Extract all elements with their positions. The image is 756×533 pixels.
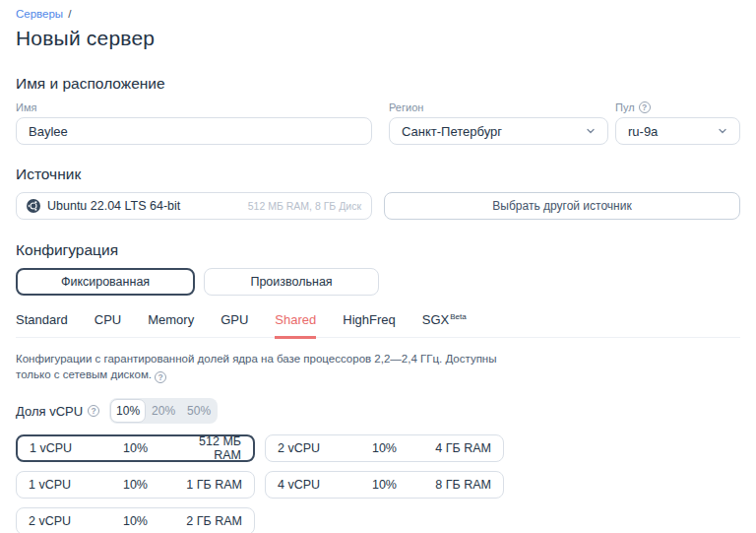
region-select[interactable]: Санкт-Петербург [389,117,608,145]
chevron-down-icon [586,126,596,136]
flavor-grid: 1 vCPU 10% 512 МБ RAM 2 vCPU 10% 4 ГБ RA… [16,434,740,533]
breadcrumb: Серверы / [16,8,740,20]
selected-source-card[interactable]: Ubuntu 22.04 LTS 64-bit 512 МБ RAM, 8 ГБ… [16,192,372,220]
flavor-vcpu: 2 vCPU [278,441,348,455]
vcpu-share-label-text: Доля vCPU [16,404,83,419]
flavor-card-4vcpu-8gb[interactable]: 4 vCPU 10% 8 ГБ RAM [265,471,504,499]
region-field: Регион Санкт-Петербург [389,101,608,145]
tab-gpu[interactable]: GPU [220,312,248,337]
flavor-ram: 512 МБ RAM [170,434,241,462]
flavor-share: 10% [100,441,171,455]
flavor-share: 10% [99,478,170,492]
flavor-ram: 8 ГБ RAM [420,478,491,492]
flavor-card-2vcpu-4gb[interactable]: 2 vCPU 10% 4 ГБ RAM [265,434,504,462]
name-field-label: Имя [16,101,372,113]
vcpu-share-option-50[interactable]: 50% [181,399,217,423]
server-name-input[interactable] [16,117,372,145]
configuration-title: Конфигурация [16,241,740,259]
tab-sgx[interactable]: SGXBeta [422,312,467,337]
flavor-tabs: Standard CPU Memory GPU Shared HighFreq … [16,312,740,338]
flavor-vcpu: 4 vCPU [278,478,348,492]
flavor-ram: 4 ГБ RAM [420,441,491,455]
region-select-value: Санкт-Петербург [402,124,502,139]
flavor-card-2vcpu-2gb[interactable]: 2 vCPU 10% 2 ГБ RAM [16,507,255,533]
name-location-title: Имя и расположение [16,75,740,93]
vcpu-share-segmented-control: 10% 20% 50% [109,398,218,424]
pool-select[interactable]: ru-9a [615,117,740,145]
flavor-vcpu: 2 vCPU [29,514,99,528]
shared-description-text: Конфигурации с гарантированной долей ядр… [16,353,496,380]
configuration-mode-toggle: Фиксированная Произвольная [16,268,740,296]
vcpu-share-label: Доля vCPU ? [16,404,99,419]
vcpu-share-option-10[interactable]: 10% [110,399,146,423]
mode-custom-button[interactable]: Произвольная [204,268,379,296]
page-title: Новый сервер [16,27,740,50]
breadcrumb-servers-link[interactable]: Серверы [16,8,63,20]
tab-cpu[interactable]: CPU [94,312,121,337]
tab-sgx-label: SGX [422,312,449,327]
source-image-specs: 512 МБ RAM, 8 ГБ Диск [248,200,361,212]
source-image-name: Ubuntu 22.04 LTS 64-bit [47,199,180,213]
choose-other-source-button[interactable]: Выбрать другой источник [384,192,740,220]
ubuntu-icon [27,199,40,213]
vcpu-share-option-20[interactable]: 20% [146,399,181,423]
flavor-vcpu: 1 vCPU [30,441,100,455]
shared-description: Конфигурации с гарантированной долей ядр… [16,351,500,383]
flavor-vcpu: 1 vCPU [29,478,99,492]
flavor-share: 10% [348,478,419,492]
pool-field-label-text: Пул [615,101,635,113]
new-server-page: Серверы / Новый сервер Имя и расположени… [0,0,756,533]
pool-select-value: ru-9a [628,124,658,139]
chevron-down-icon [718,126,727,136]
pool-help-icon[interactable]: ? [639,101,651,113]
vcpu-share-row: Доля vCPU ? 10% 20% 50% [16,398,740,424]
tab-standard[interactable]: Standard [16,312,68,337]
tab-highfreq[interactable]: HighFreq [343,312,395,337]
mode-fixed-button[interactable]: Фиксированная [16,268,195,296]
flavor-card-1vcpu-512mb[interactable]: 1 vCPU 10% 512 МБ RAM [16,434,255,462]
shared-description-help-icon[interactable]: ? [155,371,166,383]
flavor-card-1vcpu-1gb[interactable]: 1 vCPU 10% 1 ГБ RAM [16,471,255,499]
flavor-share: 10% [99,514,170,528]
section-source: Источник Ubuntu 22.04 LTS 64-bit 512 МБ … [16,166,740,220]
section-configuration: Конфигурация Фиксированная Произвольная … [16,241,740,533]
breadcrumb-separator: / [68,8,71,20]
pool-field-label: Пул ? [615,101,740,113]
flavor-share: 10% [348,441,419,455]
tab-shared[interactable]: Shared [275,312,316,339]
source-row: Ubuntu 22.04 LTS 64-bit 512 МБ RAM, 8 ГБ… [16,192,740,220]
region-field-label: Регион [389,101,608,113]
source-title: Источник [16,166,740,183]
vcpu-share-help-icon[interactable]: ? [88,405,99,417]
tab-memory[interactable]: Memory [148,312,194,337]
name-field: Имя [16,101,372,145]
section-name-location: Имя и расположение Имя Регион Санкт-Пете… [16,75,740,145]
flavor-ram: 2 ГБ RAM [171,514,242,528]
pool-field: Пул ? ru-9a [615,101,740,145]
beta-badge: Beta [450,312,466,321]
name-location-fields: Имя Регион Санкт-Петербург Пул ? ru-9a [16,101,740,145]
flavor-ram: 1 ГБ RAM [171,478,242,492]
